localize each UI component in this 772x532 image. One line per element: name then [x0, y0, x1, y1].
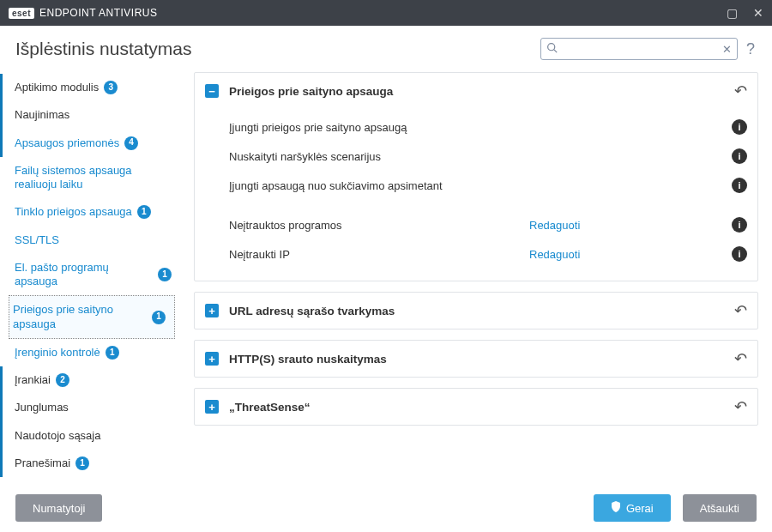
edit-link[interactable]: Redaguoti — [529, 219, 580, 232]
sidebar-badge: 1 — [137, 205, 151, 219]
sidebar-item-label: Failų sistemos apsauga realiuoju laiku — [15, 164, 172, 192]
info-icon[interactable]: i — [732, 246, 747, 262]
info-icon[interactable]: i — [732, 148, 747, 164]
window-controls: ▢ ✕ — [727, 6, 763, 20]
sidebar-item-device[interactable]: Įrenginio kontrolė 1 — [0, 339, 180, 366]
sidebar-item-realtime[interactable]: Failų sistemos apsauga realiuoju laiku — [0, 157, 180, 199]
panel-body-main: Įjungti prieigos prie saityno apsaugą i … — [195, 109, 757, 281]
info-icon[interactable]: i — [732, 119, 747, 135]
window-maximize-icon[interactable]: ▢ — [727, 6, 738, 20]
expand-icon[interactable]: + — [205, 400, 219, 414]
sidebar-item-label: Apsaugos priemonės — [15, 136, 119, 150]
undo-icon[interactable]: ↶ — [734, 397, 747, 416]
row-excluded-ip: Neįtraukti IP Redaguoti i — [229, 239, 747, 269]
titlebar: eset ENDPOINT ANTIVIRUS ▢ ✕ — [0, 0, 772, 26]
shield-icon — [611, 501, 621, 515]
sidebar-item-label: Prieigos prie saityno apsauga — [13, 303, 147, 331]
sidebar-item-webaccess[interactable]: Prieigos prie saityno apsauga 1 — [9, 295, 175, 339]
window-close-icon[interactable]: ✕ — [753, 6, 763, 20]
defaults-button[interactable]: Numatytoji — [15, 494, 102, 522]
sidebar-item-label: Įrenginio kontrolė — [15, 346, 100, 360]
expand-icon[interactable]: + — [205, 304, 219, 317]
sidebar-item-detection[interactable]: Aptikimo modulis 3 — [0, 74, 180, 101]
search-wrap: ✕ ? — [540, 38, 755, 60]
undo-icon[interactable]: ↶ — [734, 301, 747, 320]
sidebar-item-notifications[interactable]: Pranešimai 1 — [0, 450, 180, 477]
sidebar-item-label: Naudotojo sąsaja — [15, 429, 100, 443]
sidebar-item-email[interactable]: El. pašto programų apsauga 1 — [0, 254, 180, 296]
edit-link[interactable]: Redaguoti — [529, 248, 580, 261]
panel-main: − Prieigos prie saityno apsauga ↶ Įjungt… — [194, 72, 758, 281]
undo-icon[interactable]: ↶ — [734, 82, 747, 100]
ok-label: Gerai — [626, 502, 654, 515]
undo-icon[interactable]: ↶ — [734, 349, 747, 368]
collapse-icon[interactable]: − — [205, 84, 219, 98]
row-antiphishing: Įjungti apsaugą nuo sukčiavimo apsimetan… — [229, 171, 747, 200]
brand: eset ENDPOINT ANTIVIRUS — [9, 7, 157, 19]
page-title: Išplėstinis nustatymas — [15, 39, 191, 59]
info-icon[interactable]: i — [732, 178, 747, 193]
row-label: Neįtraukti IP — [229, 248, 529, 261]
sidebar-badge: 1 — [158, 268, 172, 281]
sidebar-item-label: Tinklo prieigos apsauga — [15, 205, 132, 219]
sidebar-badge: 3 — [104, 81, 118, 94]
sidebar-badge: 1 — [106, 346, 119, 360]
sidebar-badge: 1 — [75, 456, 89, 470]
sidebar-item-ssltls[interactable]: SSL/TLS — [0, 227, 180, 254]
sidebar-item-update[interactable]: Naujinimas — [0, 101, 180, 129]
panel-threatsense: + „ThreatSense“ ↶ — [194, 388, 758, 426]
expand-icon[interactable]: + — [205, 352, 219, 366]
sidebar: Aptikimo modulis 3 Naujinimas Apsaugos p… — [0, 69, 180, 510]
search-icon — [546, 42, 558, 56]
brand-product: ENDPOINT ANTIVIRUS — [39, 7, 157, 19]
panel-https: + HTTP(S) srauto nuskaitymas ↶ — [194, 340, 758, 378]
sidebar-item-label: Aptikimo modulis — [15, 81, 99, 94]
row-label: Neįtrauktos programos — [229, 219, 529, 232]
row-scan-scripts: Nuskaityti naršyklės scenarijus i — [229, 142, 747, 171]
sidebar-badge: 1 — [152, 311, 166, 324]
search-box[interactable]: ✕ — [540, 38, 738, 60]
sidebar-item-connectivity[interactable]: Junglumas — [0, 394, 180, 421]
sidebar-item-label: Naujinimas — [15, 108, 69, 122]
content: − Prieigos prie saityno apsauga ↶ Įjungt… — [180, 69, 772, 510]
panel-url-mgmt: + URL adresų sąrašo tvarkymas ↶ — [194, 292, 758, 329]
sidebar-item-label: El. pašto programų apsauga — [15, 261, 153, 289]
sidebar-item-label: Pranešimai — [15, 456, 70, 470]
footer: Numatytoji Gerai Atšaukti — [0, 484, 772, 532]
sidebar-badge: 4 — [124, 136, 138, 150]
panel-head-url[interactable]: + URL adresų sąrašo tvarkymas ↶ — [195, 293, 757, 329]
brand-eset: eset — [9, 8, 34, 19]
row-label: Nuskaityti naršyklės scenarijus — [229, 150, 529, 163]
panel-head-threatsense[interactable]: + „ThreatSense“ ↶ — [195, 389, 757, 425]
panel-head-https[interactable]: + HTTP(S) srauto nuskaitymas ↶ — [195, 341, 757, 377]
row-excluded-apps: Neįtrauktos programos Redaguoti i — [229, 210, 747, 239]
svg-point-0 — [548, 44, 555, 51]
sidebar-item-network[interactable]: Tinklo prieigos apsauga 1 — [0, 198, 180, 226]
sidebar-item-label: Įrankiai — [15, 373, 51, 387]
header: Išplėstinis nustatymas ✕ ? — [0, 26, 772, 69]
panel-title: „ThreatSense“ — [229, 401, 311, 414]
cancel-button[interactable]: Atšaukti — [683, 494, 757, 522]
panel-title: Prieigos prie saityno apsauga — [229, 85, 393, 98]
sidebar-badge: 2 — [56, 373, 69, 387]
search-input[interactable] — [563, 43, 717, 56]
sidebar-item-label: SSL/TLS — [15, 233, 59, 247]
panel-title: HTTP(S) srauto nuskaitymas — [229, 353, 387, 366]
sidebar-item-tools[interactable]: Įrankiai 2 — [0, 366, 180, 394]
sidebar-item-ui[interactable]: Naudotojo sąsaja — [0, 422, 180, 450]
panel-title: URL adresų sąrašo tvarkymas — [229, 305, 395, 317]
row-label: Įjungti apsaugą nuo sukčiavimo apsimetan… — [229, 179, 529, 192]
row-label: Įjungti prieigos prie saityno apsaugą — [229, 121, 529, 134]
sidebar-item-protections[interactable]: Apsaugos priemonės 4 — [0, 130, 180, 157]
clear-icon[interactable]: ✕ — [722, 43, 732, 56]
ok-button[interactable]: Gerai — [594, 494, 671, 522]
sidebar-item-label: Junglumas — [15, 401, 69, 414]
svg-line-1 — [554, 50, 557, 52]
panel-head-main[interactable]: − Prieigos prie saityno apsauga ↶ — [195, 73, 757, 109]
help-icon[interactable]: ? — [746, 40, 755, 58]
row-enable-web: Įjungti prieigos prie saityno apsaugą i — [229, 112, 747, 142]
info-icon[interactable]: i — [732, 217, 747, 233]
